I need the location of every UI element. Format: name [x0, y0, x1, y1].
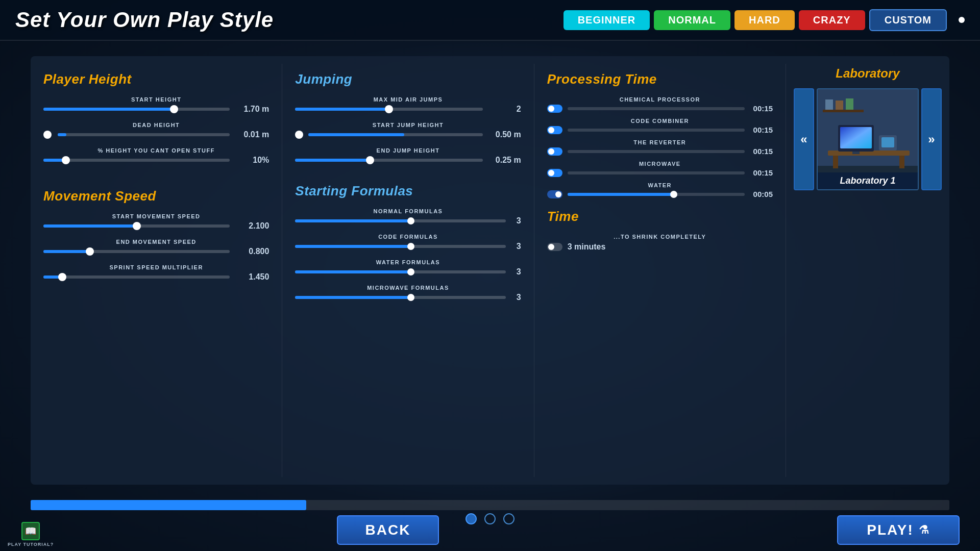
- tutorial-label: PLAY TUTORIAL?: [8, 542, 54, 547]
- proc-reverter-label: THE REVERTER: [547, 139, 773, 145]
- max-jumps-group: MAX MID AIR JUMPS 2: [295, 96, 521, 114]
- code-formulas-group: CODE FORMULAS 3: [295, 234, 521, 251]
- proc-item-code: CODE COMBINER 00:15: [547, 118, 773, 134]
- page-dot-2[interactable]: [484, 513, 496, 524]
- cant-open-group: % HEIGHT YOU CANT OPEN STUFF 10%: [43, 147, 269, 165]
- lab-image: Laboratory 1: [817, 88, 919, 190]
- svg-rect-3: [833, 156, 838, 168]
- dead-height-value: 0.01 m: [236, 130, 269, 139]
- microwave-formulas-value: 3: [511, 293, 521, 302]
- flask-icon: ⚗: [919, 523, 930, 537]
- start-height-track[interactable]: [43, 108, 230, 111]
- back-button[interactable]: BACK: [337, 515, 439, 545]
- proc-item-water: WATER 00:05: [547, 182, 773, 198]
- starting-formulas-title: Starting Formulas: [295, 183, 521, 199]
- sprint-track[interactable]: [43, 276, 230, 279]
- processing-time-title: Processing Time: [547, 71, 773, 87]
- laboratory-title: Laboratory: [794, 66, 942, 81]
- cant-open-track[interactable]: [43, 159, 230, 162]
- proc-microwave-label: MICROWAVE: [547, 161, 773, 167]
- end-jump-value: 0.25 m: [488, 156, 521, 165]
- start-jump-value: 0.50 m: [488, 130, 521, 139]
- dead-height-track[interactable]: [58, 133, 230, 136]
- custom-button[interactable]: CUSTOM: [869, 9, 947, 31]
- sprint-value: 1.450: [236, 272, 269, 282]
- col-player: Player Height START HEIGHT 1.70 m DEAD H…: [31, 56, 282, 485]
- start-height-group: START HEIGHT 1.70 m: [43, 96, 269, 114]
- tutorial-button[interactable]: 📖 PLAY TUTORIAL?: [8, 522, 54, 547]
- start-jump-group: START JUMP HEIGHT 0.50 m: [295, 122, 521, 139]
- end-move-group: END MOVEMENT SPEED 0.800: [43, 239, 269, 256]
- svg-rect-4: [899, 156, 904, 168]
- water-formulas-label: WATER FORMULAS: [295, 259, 521, 265]
- time-subtitle: ...TO SHRINK COMPLETELY: [547, 234, 773, 240]
- cant-open-label: % HEIGHT YOU CANT OPEN STUFF: [43, 147, 269, 154]
- normal-formulas-track[interactable]: [295, 219, 505, 222]
- proc-item-reverter: THE REVERTER 00:15: [547, 139, 773, 156]
- code-formulas-label: CODE FORMULAS: [295, 234, 521, 240]
- end-move-value: 0.800: [236, 247, 269, 256]
- lab-name: Laboratory 1: [818, 172, 918, 189]
- lab-prev-button[interactable]: «: [794, 88, 814, 190]
- microwave-formulas-label: MICROWAVE FORMULAS: [295, 285, 521, 291]
- bottom-progress-bar: [31, 500, 949, 510]
- water-formulas-group: WATER FORMULAS 3: [295, 259, 521, 277]
- page-dot-3[interactable]: [503, 513, 514, 524]
- water-formulas-value: 3: [511, 267, 521, 277]
- normal-formulas-label: NORMAL FORMULAS: [295, 208, 521, 214]
- jumping-title: Jumping: [295, 71, 521, 87]
- proc-water-time: 00:05: [750, 190, 773, 198]
- proc-code-time: 00:15: [750, 126, 773, 134]
- lab-next-button[interactable]: »: [921, 88, 942, 190]
- play-label: PLAY!: [867, 522, 913, 538]
- time-value: 3 minutes: [568, 242, 606, 252]
- dead-height-label: DEAD HEIGHT: [43, 122, 269, 128]
- hard-button[interactable]: HARD: [734, 10, 795, 30]
- proc-code-toggle[interactable]: [547, 126, 562, 134]
- beginner-button[interactable]: BEGINNER: [564, 10, 650, 30]
- cant-open-value: 10%: [236, 156, 269, 165]
- end-move-track[interactable]: [43, 250, 230, 253]
- proc-chemical-time: 00:15: [750, 104, 773, 113]
- proc-microwave-toggle[interactable]: [547, 169, 562, 177]
- page-dot-1[interactable]: [465, 513, 477, 524]
- start-height-value: 1.70 m: [236, 105, 269, 114]
- col-jumping: Jumping MAX MID AIR JUMPS 2 START JUMP H…: [282, 56, 533, 485]
- microwave-formulas-track[interactable]: [295, 296, 505, 299]
- proc-chemical-toggle[interactable]: [547, 105, 562, 113]
- proc-code-label: CODE COMBINER: [547, 118, 773, 124]
- start-jump-label: START JUMP HEIGHT: [295, 122, 521, 128]
- time-section: Time ...TO SHRINK COMPLETELY 3 minutes: [547, 209, 773, 252]
- proc-water-toggle[interactable]: [547, 190, 562, 198]
- page-title: Set your own Play style: [15, 8, 564, 32]
- time-toggle[interactable]: [547, 243, 562, 251]
- end-jump-track[interactable]: [295, 159, 482, 162]
- svg-rect-7: [840, 127, 872, 148]
- laboratory-section: Laboratory «: [786, 56, 949, 485]
- water-formulas-track[interactable]: [295, 270, 505, 273]
- start-jump-track[interactable]: [308, 133, 482, 136]
- play-button[interactable]: PLAY! ⚗: [837, 515, 960, 545]
- page-dots: [465, 513, 514, 524]
- start-height-label: START HEIGHT: [43, 96, 269, 103]
- normal-button[interactable]: NORMAL: [654, 10, 730, 30]
- code-formulas-track[interactable]: [295, 245, 505, 248]
- svg-rect-12: [825, 99, 833, 110]
- progress-fill: [31, 500, 306, 510]
- start-move-value: 2.100: [236, 221, 269, 231]
- start-move-group: START MOVEMENT SPEED 2.100: [43, 213, 269, 231]
- max-jumps-label: MAX MID AIR JUMPS: [295, 96, 521, 103]
- code-formulas-value: 3: [511, 242, 521, 251]
- max-jumps-track[interactable]: [295, 108, 482, 111]
- svg-rect-11: [823, 110, 864, 112]
- end-jump-group: END JUMP HEIGHT 0.25 m: [295, 147, 521, 165]
- proc-reverter-toggle[interactable]: [547, 147, 562, 156]
- crazy-button[interactable]: CRAZY: [799, 10, 865, 30]
- end-jump-label: END JUMP HEIGHT: [295, 147, 521, 154]
- start-move-track[interactable]: [43, 224, 230, 228]
- proc-chemical-label: CHEMICAL PROCESSOR: [547, 96, 773, 103]
- proc-item-chemical: CHEMICAL PROCESSOR 00:15: [547, 96, 773, 113]
- player-height-title: Player Height: [43, 71, 269, 87]
- lab-carousel: «: [794, 88, 942, 190]
- start-move-label: START MOVEMENT SPEED: [43, 213, 269, 219]
